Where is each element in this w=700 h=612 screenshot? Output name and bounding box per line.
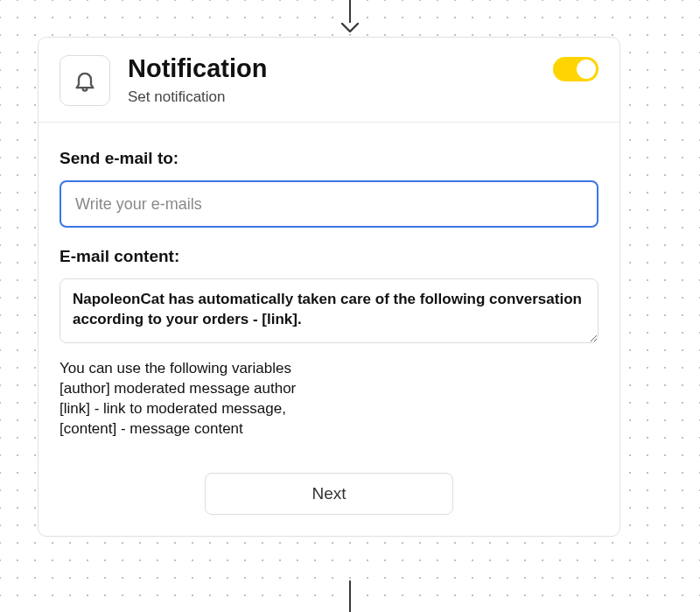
variables-intro: You can use the following variables (60, 359, 598, 379)
card-header: Notification Set notification (38, 38, 620, 123)
card-subtitle: Set notification (128, 88, 553, 106)
variable-line: [content] - message content (60, 419, 598, 440)
variable-line: [author] moderated message author (60, 379, 598, 399)
chevron-down-icon (341, 23, 359, 33)
variable-line: [link] - link to moderated message, (60, 399, 598, 419)
send-to-input[interactable] (60, 180, 598, 228)
next-button[interactable]: Next (205, 473, 453, 515)
card-title: Notification (128, 55, 553, 83)
notification-card: Notification Set notification Send e-mai… (38, 37, 620, 537)
enable-toggle[interactable] (553, 57, 598, 81)
flow-arrow-in (341, 0, 359, 33)
content-label: E-mail content: (60, 247, 598, 266)
card-body: Send e-mail to: E-mail content: You can … (38, 123, 620, 536)
email-content-textarea[interactable] (60, 278, 598, 343)
variables-help: You can use the following variables [aut… (60, 359, 598, 440)
bell-icon (60, 55, 110, 106)
flow-connector-out (349, 580, 351, 612)
send-to-label: Send e-mail to: (60, 149, 598, 168)
